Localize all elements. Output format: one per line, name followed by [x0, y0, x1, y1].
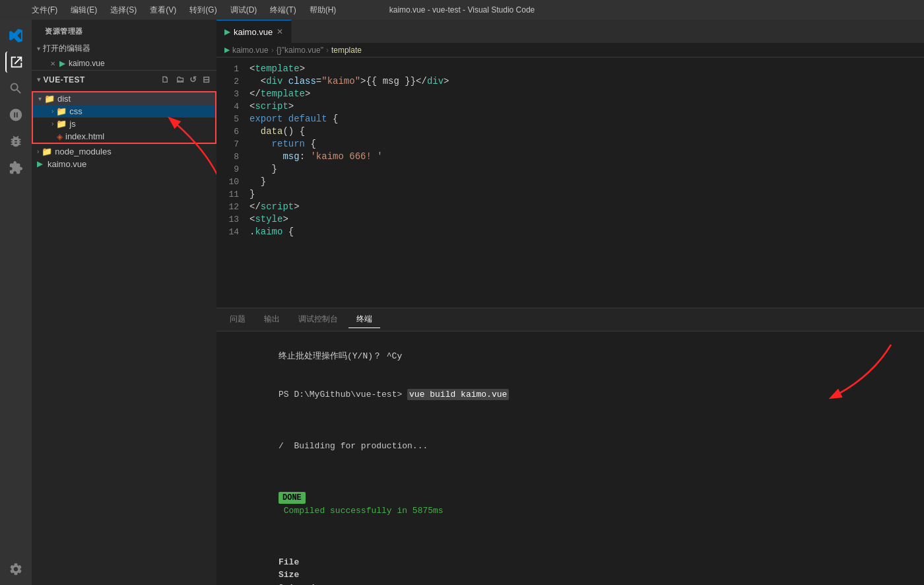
menu-debug[interactable]: 调试(D)	[225, 3, 263, 17]
line-num-11: 11	[216, 188, 249, 201]
html-file-icon: ◈	[57, 132, 63, 141]
vscode-icon	[5, 25, 26, 46]
breadcrumb-sep2: ›	[326, 46, 329, 55]
panel-tab-terminal[interactable]: 终端	[348, 311, 380, 328]
line-num-13: 13	[216, 213, 249, 226]
col-gzipped-header: Gzipped	[279, 583, 315, 586]
terminal-line-1: 终止批处理操作吗(Y/N)？ ^Cy	[227, 337, 913, 376]
js-chevron: ›	[51, 120, 53, 127]
panel-area: 问题 输出 调试控制台 终端 终止批处理操作吗(Y/N)？ ^C	[216, 308, 924, 585]
col-size-header: Size	[279, 568, 384, 582]
panel-tab-problems[interactable]: 问题	[222, 311, 253, 328]
breadcrumb-section: template	[331, 46, 362, 55]
line-content-11: }	[249, 188, 255, 201]
open-editors-text: 打开的编辑器	[43, 43, 90, 54]
code-line-4: 4 <script>	[216, 100, 924, 113]
css-folder-icon: 📁	[56, 106, 67, 116]
code-line-2: 2 <div class="kaimo">{{ msg }}</div>	[216, 75, 924, 88]
dist-folder-label: dist	[57, 94, 71, 104]
editor-area: ▶ kaimo.vue ✕ ▶ kaimo.vue › {}"kaimo.vue…	[216, 20, 924, 585]
open-editors-title[interactable]: ▾ 打开的编辑器	[32, 40, 216, 57]
line-num-4: 4	[216, 100, 249, 113]
new-file-btn[interactable]: 🗋	[160, 73, 172, 86]
line-num-5: 5	[216, 113, 249, 125]
kaimo-vue-tab[interactable]: ▶ kaimo.vue ✕	[216, 20, 292, 43]
terminal-blank-1	[227, 414, 913, 427]
window-title: kaimo.vue - vue-test - Visual Studio Cod…	[389, 5, 535, 15]
menu-view[interactable]: 查看(V)	[145, 3, 182, 17]
panel-tabs: 问题 输出 调试控制台 终端	[216, 308, 924, 331]
kaimo-vue-icon: ▶	[37, 160, 42, 168]
collapse-btn[interactable]: ⊟	[201, 73, 212, 86]
menu-edit[interactable]: 编辑(E)	[65, 3, 102, 17]
dist-folder[interactable]: ▾ 📁 dist	[33, 92, 215, 105]
terminal-line-2: PS D:\MyGithub\vue-test> vue build kaimo…	[227, 376, 913, 415]
breadcrumb-file: kaimo.vue	[232, 46, 269, 55]
menu-goto[interactable]: 转到(G)	[184, 3, 222, 17]
search-icon[interactable]	[5, 78, 26, 99]
debug-icon[interactable]	[5, 131, 26, 152]
menu-select[interactable]: 选择(S)	[105, 3, 142, 17]
line-content-9: }	[249, 163, 277, 176]
line-content-4: <script>	[249, 100, 294, 113]
node-modules-label: node_modules	[55, 147, 111, 156]
dist-folder-icon: 📁	[44, 94, 55, 104]
menu-help[interactable]: 帮助(H)	[304, 3, 342, 17]
refresh-btn[interactable]: ↺	[188, 73, 199, 86]
kaimo-vue-file[interactable]: ▶ kaimo.vue	[32, 158, 216, 170]
panel-tab-output[interactable]: 输出	[256, 311, 288, 328]
index-html-file[interactable]: ◈ index.html	[33, 130, 215, 143]
extensions-icon[interactable]	[5, 157, 26, 178]
project-header[interactable]: ▾ VUE-TEST 🗋 🗂 ↺ ⊟	[32, 71, 216, 88]
terminal-blank-3	[227, 530, 913, 543]
node-modules-icon: 📁	[42, 147, 52, 156]
open-editors-label: ▾ 打开的编辑器	[37, 43, 90, 54]
node-modules-chevron: ›	[37, 148, 39, 155]
tab-bar: ▶ kaimo.vue ✕	[216, 20, 924, 43]
explorer-icon[interactable]	[5, 52, 26, 73]
line-content-10: }	[249, 176, 266, 188]
line-content-5: export default {	[249, 113, 338, 125]
terminal-building: / Building for production...	[227, 427, 913, 466]
code-line-7: 7 return {	[216, 138, 924, 151]
terminal-compiled-text: Compiled successfully in 5875ms	[279, 506, 444, 516]
terminal-content[interactable]: 终止批处理操作吗(Y/N)？ ^Cy PS D:\MyGithub\vue-te…	[216, 331, 924, 585]
project-label: ▾ VUE-TEST	[37, 75, 85, 85]
js-folder-label: js	[69, 119, 75, 129]
js-folder[interactable]: › 📁 js	[33, 118, 215, 130]
settings-icon[interactable]	[5, 559, 26, 580]
terminal-table-header: File Size Gzipped	[227, 543, 913, 585]
line-num-3: 3	[216, 88, 249, 100]
code-line-8: 8 msg: 'kaimo 666! '	[216, 151, 924, 163]
title-bar: 文件(F) 编辑(E) 选择(S) 查看(V) 转到(G) 调试(D) 终端(T…	[0, 0, 924, 20]
activity-bar	[0, 20, 32, 585]
code-line-3: 3 </template>	[216, 88, 924, 100]
col-file-header: File	[279, 556, 503, 569]
dist-chevron: ▾	[38, 95, 42, 102]
project-icons: 🗋 🗂 ↺ ⊟	[160, 73, 211, 86]
node-modules-folder[interactable]: › 📁 node_modules	[32, 145, 216, 158]
sidebar: 资源管理器 ▾ 打开的编辑器 ✕ ▶ kaimo.vue ▾ VUE-TEST	[32, 20, 216, 585]
breadcrumb-scope: {}"kaimo.vue"	[277, 46, 323, 55]
line-content-3: </template>	[249, 88, 310, 100]
git-icon[interactable]	[5, 104, 26, 125]
breadcrumb: ▶ kaimo.vue › {}"kaimo.vue" › template	[216, 43, 924, 57]
open-editor-kaimo-vue[interactable]: ✕ ▶ kaimo.vue	[32, 57, 216, 70]
line-content-1: <template>	[249, 63, 305, 75]
close-editor-icon[interactable]: ✕	[50, 60, 55, 67]
line-content-12: </script>	[249, 201, 300, 213]
panel-tab-debug-console[interactable]: 调试控制台	[290, 311, 346, 328]
new-folder-btn[interactable]: 🗂	[174, 73, 186, 86]
tab-close-btn[interactable]: ✕	[277, 27, 283, 36]
code-editor[interactable]: 1 <template> 2 <div class="kaimo">{{ msg…	[216, 57, 924, 308]
menu-file[interactable]: 文件(F)	[26, 3, 63, 17]
line-num-14: 14	[216, 226, 249, 238]
open-editors-chevron: ▾	[37, 45, 40, 52]
breadcrumb-vue-icon: ▶	[224, 46, 230, 53]
code-line-13: 13 <style>	[216, 213, 924, 226]
menu-terminal[interactable]: 终端(T)	[265, 3, 301, 17]
code-line-10: 10 }	[216, 176, 924, 188]
line-num-6: 6	[216, 125, 249, 138]
css-folder[interactable]: › 📁 css	[33, 105, 215, 118]
vue-file-icon: ▶	[59, 59, 65, 68]
